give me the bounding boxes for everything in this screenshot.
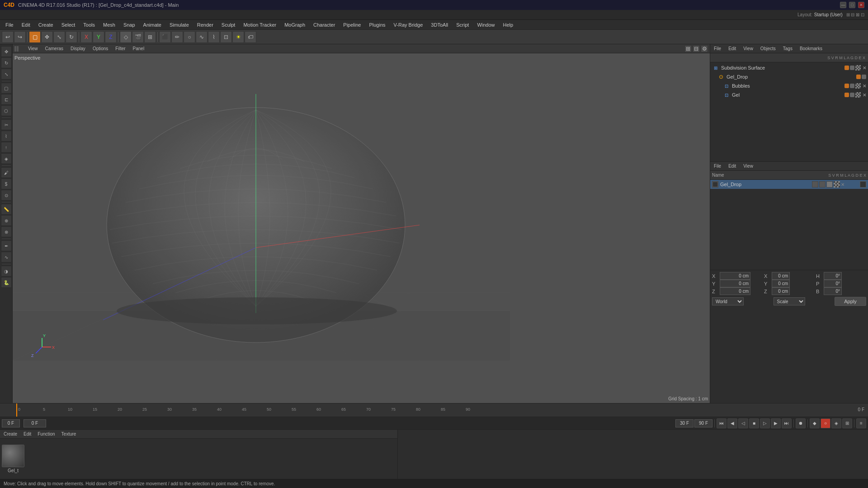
left-tool-bridge[interactable]: ⌇ (1, 131, 12, 141)
pb-motion[interactable]: ◈ (831, 418, 841, 428)
menu-item-animate[interactable]: Animate (140, 21, 165, 28)
mm-view-btn[interactable]: View (741, 163, 755, 169)
tag-button[interactable]: 🏷 (245, 31, 256, 43)
menu-item-script[interactable]: Script (453, 21, 472, 28)
cameras-menu[interactable]: Cameras (42, 46, 66, 52)
left-tool-move[interactable]: ✥ (1, 46, 12, 57)
menu-item-file[interactable]: File (2, 21, 17, 28)
left-tool-paint[interactable]: 🖌 (1, 167, 12, 178)
menu-item-help[interactable]: Help (500, 21, 517, 28)
left-tool-rotate[interactable]: ↻ (1, 57, 12, 68)
me-function-btn[interactable]: Function (36, 431, 57, 437)
left-tool-poly[interactable]: ⬡ (1, 105, 12, 116)
spline-button[interactable]: ∿ (196, 31, 208, 43)
maximize-vp-button[interactable]: ⊟ (693, 45, 700, 52)
menu-item-render[interactable]: Render (193, 21, 217, 28)
left-tool-bevel[interactable]: ◈ (1, 153, 12, 164)
left-tool-lasso[interactable]: ⊏ (1, 94, 12, 105)
om-row-gel[interactable]: ⊡ Gel ✕ (710, 90, 868, 99)
coord-scale-dropdown[interactable]: Scale Position Rotation (774, 297, 805, 305)
settings-vp-button[interactable]: ⚙ (701, 45, 708, 52)
pb-end-frame[interactable] (694, 419, 712, 427)
undo-button[interactable]: ↩ (2, 31, 14, 43)
menu-item-edit[interactable]: Edit (18, 21, 34, 28)
pb-record[interactable]: ⏺ (796, 418, 806, 428)
left-tool-measure[interactable]: 📏 (1, 204, 12, 215)
menu-item-mograph[interactable]: MoGraph (281, 21, 309, 28)
pb-stop[interactable]: ■ (749, 418, 759, 428)
left-tool-uv[interactable]: ⊗ (1, 226, 12, 237)
pb-expand[interactable]: ≡ (856, 418, 866, 428)
live-selection-button[interactable]: ▢ (29, 31, 41, 43)
timeline-playhead[interactable] (16, 404, 17, 417)
render-button[interactable]: 🎬 (132, 31, 144, 43)
menu-item-pipeline[interactable]: Pipeline (340, 21, 364, 28)
om-edit-btn[interactable]: Edit (726, 46, 738, 52)
om-objects-btn[interactable]: Objects (759, 46, 778, 52)
apply-button[interactable]: Apply (835, 297, 866, 306)
left-tool-py[interactable]: 🐍 (1, 277, 12, 288)
left-tool-knife[interactable]: ✂ (1, 119, 12, 130)
pb-autokey[interactable]: ○ (821, 418, 830, 428)
mm-row-geldrop[interactable]: Gel_Drop ✕ (710, 180, 868, 189)
menu-item-3dtoall[interactable]: 3DToAll (427, 21, 452, 28)
menu-item-motion-tracker[interactable]: Motion Tracker (240, 21, 280, 28)
left-tool-brush[interactable]: ∿ (1, 252, 12, 263)
menu-item-window[interactable]: Window (473, 21, 498, 28)
pb-keyframe[interactable]: ◆ (810, 418, 820, 428)
left-tool-material[interactable]: ◑ (1, 266, 12, 277)
menu-item-character[interactable]: Character (310, 21, 339, 28)
om-view-btn[interactable]: View (741, 46, 755, 52)
pb-timeline-open[interactable]: ⊞ (842, 418, 852, 428)
options-menu[interactable]: Options (90, 46, 111, 52)
om-row-geldrop[interactable]: ⊙ Gel_Drop (710, 72, 868, 81)
viewport-canvas[interactable]: X Y Z Perspective Grid Spacing : 1 cm (13, 53, 710, 403)
coord-y-input[interactable] (720, 280, 750, 287)
object-mode-button[interactable]: ◇ (120, 31, 132, 43)
om-bookmarks-btn[interactable]: Bookmarks (798, 46, 824, 52)
z-axis-button[interactable]: Z (105, 31, 117, 43)
coord-y2-input[interactable] (772, 280, 790, 287)
coord-z-input[interactable] (720, 287, 750, 295)
coord-world-dropdown[interactable]: World Object Local (712, 297, 744, 305)
view-menu[interactable]: View (25, 46, 41, 52)
cam-button[interactable]: ⊡ (220, 31, 232, 43)
left-tool-sculpt[interactable]: ⊙ (1, 190, 12, 201)
coord-x-input[interactable] (720, 272, 750, 280)
coord-x2-input[interactable] (772, 272, 790, 280)
light-button[interactable]: ☀ (232, 31, 244, 43)
circle-button[interactable]: ○ (184, 31, 195, 43)
left-tool-scale[interactable]: ⤡ (1, 69, 12, 80)
pb-step-back[interactable]: ◁ (738, 418, 748, 428)
pb-play[interactable]: ▶ (771, 418, 781, 428)
mm-edit-btn[interactable]: Edit (726, 163, 738, 169)
split-h-button[interactable]: ⊞ (684, 45, 692, 52)
left-tool-pen[interactable]: ✒ (1, 240, 12, 251)
cube-button[interactable]: ⬛ (159, 31, 171, 43)
redo-button[interactable]: ↪ (14, 31, 26, 43)
left-tool-select[interactable]: ▢ (1, 83, 12, 94)
menu-item-snap[interactable]: Snap (120, 21, 139, 28)
filter-menu[interactable]: Filter (113, 46, 128, 52)
menu-item-tools[interactable]: Tools (80, 21, 99, 28)
menu-item-select[interactable]: Select (58, 21, 79, 28)
display-menu[interactable]: Display (68, 46, 88, 52)
pb-current-frame[interactable] (24, 419, 46, 427)
menu-item-v-ray-bridge[interactable]: V-Ray Bridge (390, 21, 427, 28)
om-row-subdivision[interactable]: ⊞ Subdivision Surface ✕ (710, 63, 868, 72)
mm-file-btn[interactable]: File (712, 163, 723, 169)
menu-item-create[interactable]: Create (35, 21, 57, 28)
minimize-button[interactable]: — (840, 2, 846, 8)
coord-b-input[interactable] (824, 287, 842, 295)
om-file-btn[interactable]: File (712, 46, 723, 52)
pencil-button[interactable]: ✏ (171, 31, 183, 43)
left-tool-extrude[interactable]: ↑ (1, 142, 12, 153)
rotate-button[interactable]: ↻ (66, 31, 77, 43)
pb-play-rev[interactable]: ◀ (727, 418, 737, 428)
render-region-button[interactable]: ⊞ (144, 31, 156, 43)
viewport[interactable]: View Cameras Display Options Filter Pane… (13, 44, 710, 403)
x-axis-button[interactable]: X (80, 31, 92, 43)
y-axis-button[interactable]: Y (93, 31, 104, 43)
timeline-area[interactable]: 0 5 10 15 20 25 30 35 40 45 50 55 60 65 … (0, 403, 868, 417)
layout-value[interactable]: Startup (User) (814, 12, 843, 17)
